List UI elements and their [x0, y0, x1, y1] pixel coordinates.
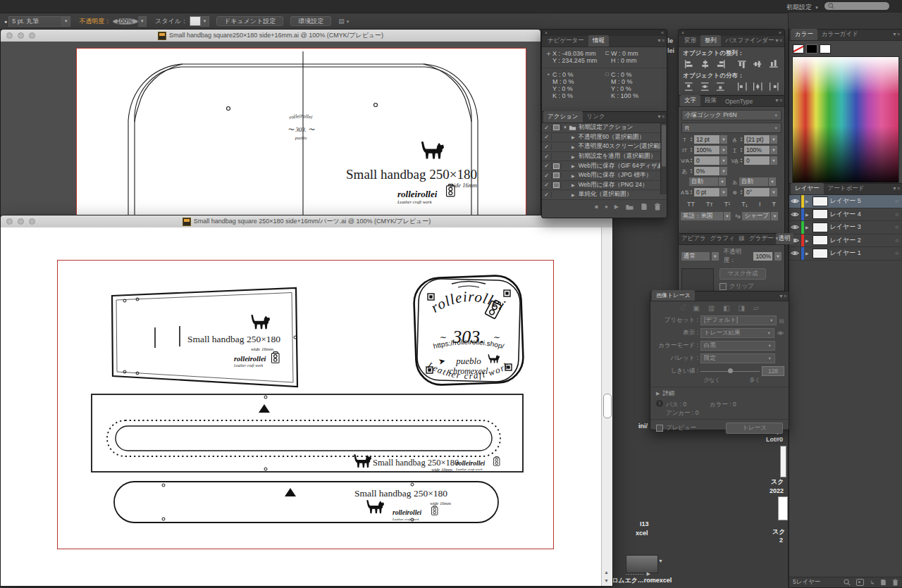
- layer-row[interactable]: ▶ レイヤー 1 ○: [789, 247, 902, 261]
- panel-menu-icon[interactable]: ▼≡: [892, 186, 900, 191]
- panel-menu-icon[interactable]: ▼≡: [774, 38, 782, 43]
- opacity-field[interactable]: 100%: [113, 18, 138, 25]
- white-swatch[interactable]: [820, 44, 831, 54]
- threshold-slider[interactable]: [700, 368, 760, 375]
- aki-left-field[interactable]: 自動▼: [681, 177, 730, 186]
- target-circle-icon[interactable]: ○: [895, 237, 898, 244]
- tab-stroke[interactable]: 線: [737, 233, 748, 244]
- zoom-button[interactable]: [29, 218, 35, 225]
- align-v-center-icon[interactable]: [753, 60, 763, 68]
- panel-menu-icon[interactable]: ▼≡: [774, 98, 782, 103]
- visibility-eye-icon[interactable]: [789, 195, 801, 208]
- layer-name[interactable]: レイヤー 2: [830, 236, 896, 245]
- window1-artboard[interactable]: rolleirollei 〜 303. 〜 pueblo Small handb…: [76, 48, 526, 218]
- align-bottom-icon[interactable]: [770, 60, 779, 68]
- layer-name[interactable]: レイヤー 4: [830, 210, 896, 219]
- window2-titlebar[interactable]: Small handbag square 250×180 side+16mm/パ…: [1, 215, 612, 228]
- visibility-eye-icon[interactable]: [789, 208, 801, 221]
- tab-transform[interactable]: 変形: [680, 35, 700, 46]
- window2-canvas[interactable]: Small handbag 250×180 wide 16mm rolleiro…: [1, 227, 612, 586]
- action-row[interactable]: ✓ ▶ 初期設定を適用（選択範囲）: [542, 152, 667, 162]
- tab-info[interactable]: 情報: [588, 35, 609, 46]
- antialias-select[interactable]: ªa シャープ▼: [734, 212, 782, 220]
- layer-name[interactable]: レイヤー 1: [830, 249, 896, 258]
- horizontal-scale-field[interactable]: T̲▲▼ 100%▼: [731, 146, 780, 154]
- new-set-folder-icon[interactable]: [625, 203, 634, 211]
- layer-thumbnail[interactable]: [813, 209, 828, 219]
- action-row[interactable]: ✓ ▶ 不透明度60（選択範囲）: [542, 133, 667, 143]
- color-spectrum[interactable]: [792, 56, 899, 183]
- style-swatch[interactable]: [190, 16, 201, 26]
- check-icon[interactable]: ✓: [542, 125, 552, 131]
- panel-menu-icon[interactable]: ▼≡: [657, 114, 665, 119]
- superscript-toggle[interactable]: T¹: [724, 201, 731, 208]
- dialog-toggle[interactable]: [552, 125, 562, 130]
- expand-arrow-icon[interactable]: ▶: [805, 251, 809, 256]
- collapse-icon[interactable]: «: [779, 30, 781, 35]
- window2-artboard[interactable]: Small handbag 250×180 wide 16mm rolleiro…: [57, 260, 554, 549]
- action-row[interactable]: ✓ ▶ 不透明度40スクリーン(選択範囲): [542, 142, 667, 152]
- layer-name[interactable]: レイヤー 3: [830, 223, 896, 232]
- threshold-value[interactable]: 128: [762, 366, 784, 376]
- tab-color[interactable]: カラー: [791, 29, 817, 40]
- view-select[interactable]: トレース結果▼: [700, 328, 774, 338]
- tab-navigator[interactable]: ナビゲーター: [543, 35, 588, 46]
- distribute-left-icon[interactable]: [738, 82, 748, 91]
- tsume-field[interactable]: あ▲▼ 0%▼: [681, 167, 730, 175]
- tab-artboards[interactable]: アートボード: [824, 183, 869, 194]
- leading-field[interactable]: A̲▲▼ (21 pt)▼: [731, 135, 780, 144]
- action-row[interactable]: ✓ ▶ 単純化（選択範囲）: [542, 190, 667, 200]
- action-row[interactable]: ✓ ▶ Web用に保存（JPG 標準）: [542, 171, 667, 181]
- opacity-label[interactable]: 不透明度：: [79, 17, 111, 26]
- small-caps-toggle[interactable]: Tᴛ: [706, 201, 713, 208]
- style-dropdown-arrow[interactable]: ▼: [201, 16, 209, 27]
- zoom-button[interactable]: [29, 32, 35, 39]
- high-color-icon[interactable]: ▣: [693, 304, 699, 312]
- tab-actions[interactable]: アクション: [543, 111, 583, 123]
- layer-row[interactable]: ▶ レイヤー 2 ○: [789, 234, 902, 248]
- expand-arrow-icon[interactable]: ▶: [805, 238, 809, 243]
- expand-arrow-icon[interactable]: ▶: [805, 212, 809, 217]
- workspace-switcher[interactable]: 初期設定 ▼: [786, 3, 819, 12]
- grayscale-icon[interactable]: ◧: [723, 304, 729, 312]
- target-circle-icon[interactable]: ○: [895, 211, 898, 218]
- window1-titlebar[interactable]: Small handbag square250×180 side+16mm.ai…: [1, 30, 540, 42]
- font-family-select[interactable]: 小塚ゴシック Pr6N▼: [681, 110, 781, 120]
- close-icon[interactable]: ×: [545, 30, 548, 35]
- tab-gradient[interactable]: グラデー: [747, 233, 776, 244]
- layer-thumbnail[interactable]: [813, 249, 828, 258]
- expand-arrow-icon[interactable]: ▶: [805, 225, 809, 230]
- visibility-eye-icon[interactable]: [789, 247, 801, 260]
- tab-image-trace[interactable]: 画像トレース: [652, 290, 695, 301]
- distribute-top-icon[interactable]: [684, 82, 694, 91]
- actions-scrollbar[interactable]: [660, 123, 667, 194]
- vertical-scale-field[interactable]: IT▲▼ 100%▼: [681, 146, 730, 154]
- scrollbar-thumb[interactable]: [603, 394, 612, 418]
- minimize-button[interactable]: [18, 32, 24, 39]
- save-preset-icon[interactable]: ▤: [779, 318, 784, 324]
- layer-row[interactable]: ▶ レイヤー 4 ○: [789, 208, 902, 222]
- strikethrough-toggle[interactable]: Ŧ: [772, 201, 777, 208]
- font-size-field[interactable]: T▲▼ 12 pt▼: [681, 135, 730, 144]
- trace-button[interactable]: トレース: [726, 423, 783, 434]
- action-row[interactable]: ✓ ▶ Web用に保存（GIF 64ディザあ...: [542, 161, 667, 171]
- align-right-icon[interactable]: [716, 60, 726, 68]
- record-icon[interactable]: ●: [605, 204, 608, 210]
- all-caps-toggle[interactable]: TT: [687, 201, 695, 208]
- tab-opentype[interactable]: OpenType: [721, 96, 757, 106]
- underline-toggle[interactable]: I: [759, 201, 761, 208]
- low-color-icon[interactable]: ▥: [708, 304, 715, 312]
- eye-icon[interactable]: [777, 330, 784, 336]
- opacity-dropdown-arrow[interactable]: ▼: [138, 16, 147, 27]
- slider-thumb[interactable]: [728, 368, 733, 373]
- search-input[interactable]: [824, 2, 889, 10]
- visibility-eye-icon[interactable]: [789, 221, 801, 234]
- tab-align[interactable]: 整列: [700, 35, 721, 46]
- layer-row[interactable]: ▶ レイヤー 5 ○: [789, 195, 902, 208]
- locate-object-icon[interactable]: [844, 579, 851, 586]
- panel-menu-icon[interactable]: ▼≡: [774, 236, 782, 241]
- expand-arrow-icon[interactable]: ▶: [805, 199, 809, 204]
- advanced-disclosure[interactable]: ▶詳細: [650, 387, 789, 398]
- target-circle-icon[interactable]: ○: [895, 250, 898, 256]
- clip-checkbox[interactable]: クリップ: [719, 282, 766, 291]
